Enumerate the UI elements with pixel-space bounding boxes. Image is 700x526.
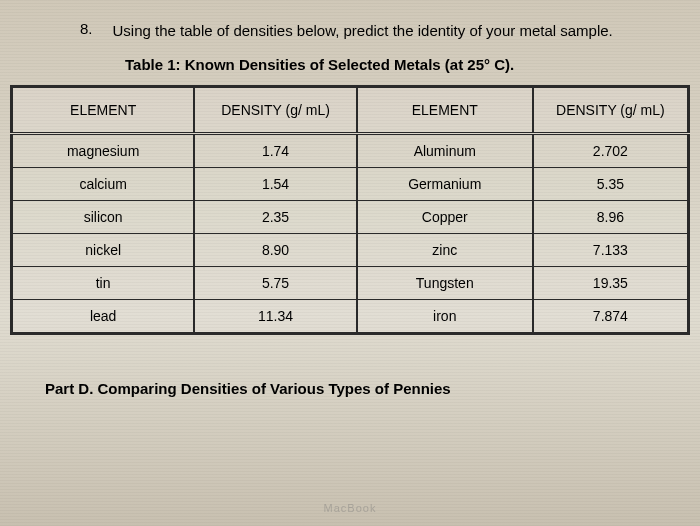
cell-element: Tungsten <box>357 267 533 300</box>
part-d-label: Part D. <box>45 380 93 397</box>
cell-element: zinc <box>357 234 533 267</box>
table-header-row: ELEMENT DENSITY (g/ mL) ELEMENT DENSITY … <box>12 87 689 134</box>
part-d-title: Comparing Densities of Various Types of … <box>98 380 451 397</box>
cell-element: magnesium <box>12 134 195 168</box>
table-row: lead 11.34 iron 7.874 <box>12 300 689 334</box>
header-density-1: DENSITY (g/ mL) <box>194 87 356 134</box>
cell-density: 2.702 <box>533 134 689 168</box>
table-title-label: Table 1: <box>125 56 181 73</box>
cell-density: 11.34 <box>194 300 356 334</box>
cell-density: 19.35 <box>533 267 689 300</box>
cell-element: Aluminum <box>357 134 533 168</box>
table-row: silicon 2.35 Copper 8.96 <box>12 201 689 234</box>
cell-density: 7.133 <box>533 234 689 267</box>
table-title: Table 1: Known Densities of Selected Met… <box>10 56 690 73</box>
cell-element: Germanium <box>357 168 533 201</box>
table-title-text: Known Densities of Selected Metals (at 2… <box>185 56 514 73</box>
table-row: magnesium 1.74 Aluminum 2.702 <box>12 134 689 168</box>
cell-element: nickel <box>12 234 195 267</box>
cell-density: 1.74 <box>194 134 356 168</box>
cell-density: 5.35 <box>533 168 689 201</box>
header-element-1: ELEMENT <box>12 87 195 134</box>
cell-element: lead <box>12 300 195 334</box>
device-label: MacBook <box>324 502 377 514</box>
cell-density: 2.35 <box>194 201 356 234</box>
question-text: Using the table of densities below, pred… <box>113 20 613 41</box>
question-number: 8. <box>80 20 93 41</box>
density-table: ELEMENT DENSITY (g/ mL) ELEMENT DENSITY … <box>10 85 690 335</box>
header-element-2: ELEMENT <box>357 87 533 134</box>
header-density-2: DENSITY (g/ mL) <box>533 87 689 134</box>
question-row: 8. Using the table of densities below, p… <box>10 20 690 41</box>
table-row: calcium 1.54 Germanium 5.35 <box>12 168 689 201</box>
part-d-heading: Part D. Comparing Densities of Various T… <box>10 380 690 397</box>
cell-density: 1.54 <box>194 168 356 201</box>
cell-element: tin <box>12 267 195 300</box>
cell-density: 7.874 <box>533 300 689 334</box>
cell-element: iron <box>357 300 533 334</box>
table-row: tin 5.75 Tungsten 19.35 <box>12 267 689 300</box>
cell-element: silicon <box>12 201 195 234</box>
cell-density: 8.90 <box>194 234 356 267</box>
cell-element: Copper <box>357 201 533 234</box>
cell-density: 8.96 <box>533 201 689 234</box>
table-row: nickel 8.90 zinc 7.133 <box>12 234 689 267</box>
cell-element: calcium <box>12 168 195 201</box>
cell-density: 5.75 <box>194 267 356 300</box>
